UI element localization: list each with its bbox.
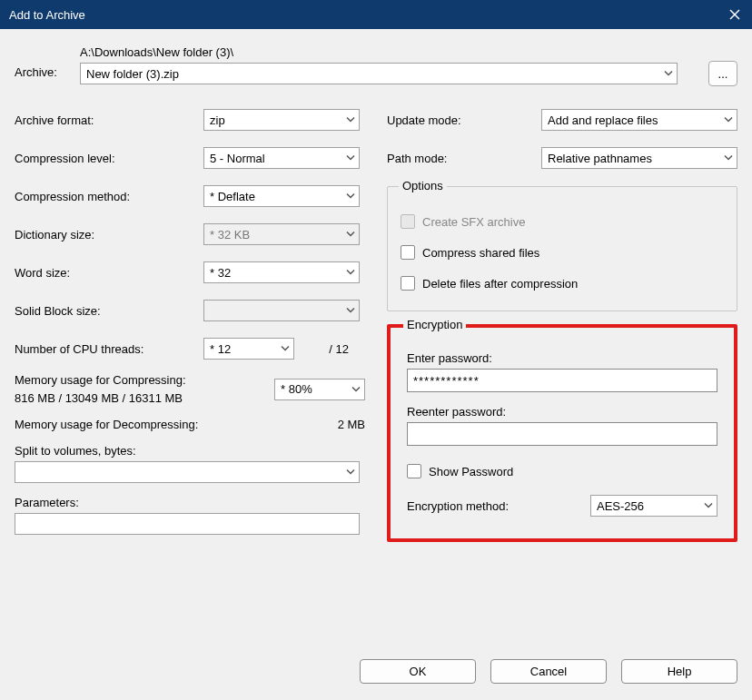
memory-compress-label: Memory usage for Compressing:	[15, 371, 274, 389]
dictionary-size-combo[interactable]: * 32 KB	[203, 223, 360, 245]
ok-label: OK	[410, 665, 427, 678]
encryption-method-value: AES-256	[597, 499, 644, 513]
chevron-down-icon	[346, 466, 355, 479]
compress-shared-checkbox[interactable]	[401, 245, 415, 260]
solid-block-label: Solid Block size:	[15, 304, 203, 318]
cpu-threads-combo[interactable]: * 12	[203, 338, 294, 360]
enter-password-label: Enter password:	[407, 351, 717, 365]
archive-format-label: Archive format:	[15, 113, 203, 127]
path-mode-label: Path mode:	[387, 152, 541, 165]
help-label: Help	[668, 665, 692, 678]
enter-password-input[interactable]	[407, 369, 717, 392]
chevron-down-icon	[346, 228, 355, 242]
word-size-label: Word size:	[15, 266, 203, 280]
word-size-value: * 32	[210, 266, 231, 280]
dictionary-size-value: * 32 KB	[210, 228, 250, 242]
archive-format-value: zip	[210, 113, 225, 127]
encryption-method-label: Encryption method:	[407, 499, 590, 513]
show-password-label: Show Password	[429, 465, 513, 478]
compression-method-label: Compression method:	[15, 190, 203, 203]
dialog-content: Archive: A:\Downloads\New folder (3)\ Ne…	[0, 29, 752, 551]
create-sfx-checkbox	[401, 214, 415, 229]
solid-block-combo[interactable]	[203, 300, 360, 321]
encryption-method-combo[interactable]: AES-256	[590, 495, 717, 517]
chevron-down-icon	[346, 113, 355, 127]
archive-label: Archive:	[15, 45, 80, 79]
delete-after-checkbox[interactable]	[401, 276, 415, 291]
chevron-down-icon	[704, 499, 713, 513]
encryption-group: Encryption Enter password: Reenter passw…	[387, 324, 737, 542]
compression-level-value: 5 - Normal	[210, 152, 265, 165]
help-button[interactable]: Help	[621, 659, 737, 684]
close-icon[interactable]	[727, 6, 743, 23]
word-size-combo[interactable]: * 32	[203, 261, 360, 283]
path-mode-value: Relative pathnames	[548, 152, 652, 165]
reenter-password-input[interactable]	[407, 422, 717, 446]
compression-method-combo[interactable]: * Deflate	[203, 185, 360, 207]
chevron-down-icon	[346, 266, 355, 280]
titlebar: Add to Archive	[0, 0, 752, 29]
chevron-down-icon	[724, 152, 733, 165]
browse-button[interactable]: ...	[708, 61, 737, 86]
chevron-down-icon	[346, 190, 355, 203]
browse-label: ...	[718, 67, 728, 81]
cpu-threads-value: * 12	[210, 342, 231, 356]
parameters-label: Parameters:	[15, 496, 365, 509]
memory-compress-combo[interactable]: * 80%	[274, 379, 365, 400]
chevron-down-icon	[346, 152, 355, 165]
archive-format-combo[interactable]: zip	[203, 109, 360, 131]
memory-decompress-label: Memory usage for Decompressing:	[15, 418, 311, 431]
options-group: Options Create SFX archive Compress shar…	[387, 186, 737, 311]
compression-method-value: * Deflate	[210, 190, 255, 203]
update-mode-label: Update mode:	[387, 113, 541, 127]
chevron-down-icon	[281, 342, 290, 356]
chevron-down-icon	[664, 67, 673, 81]
archive-filename-value: New folder (3).zip	[86, 67, 179, 81]
dictionary-size-label: Dictionary size:	[15, 228, 203, 242]
cancel-button[interactable]: Cancel	[490, 659, 607, 684]
dialog-footer: OK Cancel Help	[0, 646, 752, 700]
reenter-password-label: Reenter password:	[407, 405, 717, 419]
show-password-checkbox[interactable]	[407, 464, 421, 478]
memory-compress-value: * 80%	[281, 382, 312, 396]
path-mode-combo[interactable]: Relative pathnames	[541, 147, 737, 169]
chevron-down-icon	[346, 304, 355, 318]
chevron-down-icon	[351, 382, 361, 396]
cpu-threads-label: Number of CPU threads:	[15, 342, 203, 356]
parameters-input[interactable]	[15, 513, 360, 535]
split-volumes-combo[interactable]	[15, 461, 360, 483]
ok-button[interactable]: OK	[360, 659, 476, 684]
archive-filename-combo[interactable]: New folder (3).zip	[80, 63, 678, 84]
create-sfx-label: Create SFX archive	[422, 215, 525, 229]
encryption-title: Encryption	[403, 318, 466, 331]
cpu-threads-max: / 12	[294, 342, 352, 356]
compress-shared-label: Compress shared files	[422, 246, 539, 260]
memory-decompress-value: 2 MB	[311, 418, 365, 431]
compression-level-combo[interactable]: 5 - Normal	[203, 147, 360, 169]
cancel-label: Cancel	[530, 665, 567, 678]
chevron-down-icon	[724, 113, 733, 127]
memory-compress-values: 816 MB / 13049 MB / 16311 MB	[15, 389, 274, 408]
window-title: Add to Archive	[9, 8, 85, 22]
split-volumes-label: Split to volumes, bytes:	[15, 444, 365, 458]
compression-level-label: Compression level:	[15, 152, 203, 165]
update-mode-combo[interactable]: Add and replace files	[541, 109, 737, 131]
options-title: Options	[399, 179, 447, 192]
delete-after-label: Delete files after compression	[422, 277, 578, 291]
archive-path-text: A:\Downloads\New folder (3)\	[80, 45, 737, 59]
update-mode-value: Add and replace files	[548, 113, 658, 127]
